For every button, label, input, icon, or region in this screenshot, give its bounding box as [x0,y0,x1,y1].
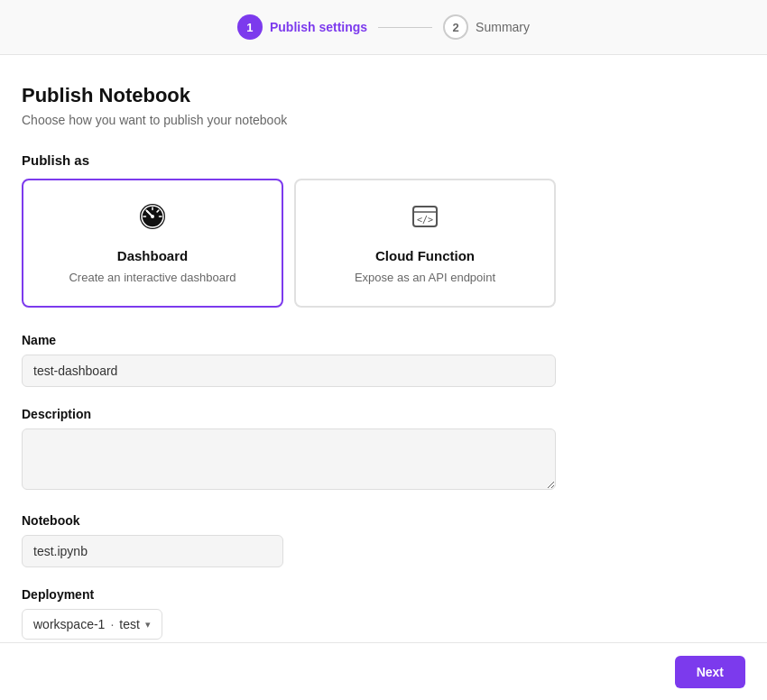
option-dashboard-desc: Create an interactive dashboard [69,271,236,284]
name-label: Name [22,333,745,347]
step-2: 2 Summary [443,14,530,40]
notebook-input[interactable] [22,535,283,567]
option-cloud-function[interactable]: </> Cloud Function Expose as an API endp… [294,179,556,308]
cloud-function-icon: </> [411,202,439,237]
step-2-circle: 2 [443,14,468,40]
publish-as-label: Publish as [22,152,745,168]
main-content: Publish Notebook Choose how you want to … [0,55,767,700]
description-label: Description [22,407,745,421]
option-dashboard[interactable]: Dashboard Create an interactive dashboar… [22,179,283,308]
deployment-env: test [119,617,140,631]
page-subtitle: Choose how you want to publish your note… [22,113,745,127]
svg-text:</>: </> [417,215,433,225]
deployment-workspace: workspace-1 [33,617,105,631]
name-input[interactable] [22,355,556,387]
deployment-label: Deployment [22,587,745,602]
name-group: Name [22,333,745,387]
option-dashboard-title: Dashboard [117,248,188,263]
deployment-dropdown[interactable]: workspace-1 · test ▾ [22,609,162,640]
publish-options: Dashboard Create an interactive dashboar… [22,179,745,308]
step-connector [378,27,432,28]
option-cloud-function-desc: Expose as an API endpoint [355,271,495,284]
deployment-separator: · [110,617,114,631]
svg-point-8 [151,215,154,218]
notebook-group: Notebook [22,513,745,567]
step-1: 1 Publish settings [237,14,367,40]
step-2-label: Summary [476,20,530,34]
description-input[interactable] [22,428,556,490]
description-group: Description [22,407,745,493]
page-title: Publish Notebook [22,84,745,107]
step-1-label: Publish settings [270,20,367,34]
option-cloud-function-title: Cloud Function [375,248,475,263]
step-1-circle: 1 [237,14,263,40]
chevron-down-icon: ▾ [145,619,151,631]
next-button[interactable]: Next [675,656,745,688]
stepper-header: 1 Publish settings 2 Summary [0,0,767,55]
notebook-label: Notebook [22,513,745,528]
publish-as-group: Publish as [22,152,745,308]
dashboard-icon [138,202,167,237]
footer: Next [0,642,767,700]
